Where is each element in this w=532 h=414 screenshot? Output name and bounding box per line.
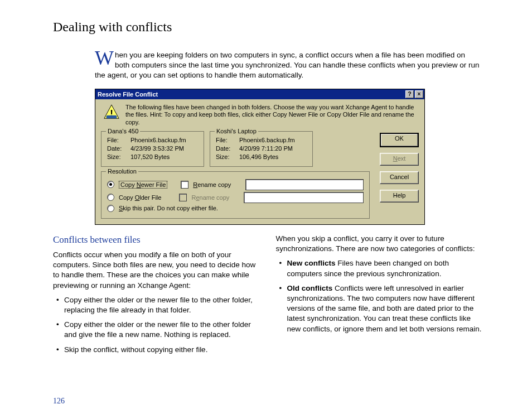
copy-newer-label: Copy Newer File: [119, 181, 167, 189]
left-legend: Dana's 450: [106, 128, 140, 134]
rename-field-1[interactable]: [245, 179, 364, 190]
list-item: New conflicts Files have been changed on…: [276, 258, 482, 278]
dialog-title: Resolve File Conflict: [98, 91, 158, 98]
page-number: 126: [53, 397, 65, 406]
rename-copy-1-checkbox[interactable]: [181, 181, 188, 189]
right-file-group: Koshi's Laptop File:Phoenix6.backup.fm D…: [210, 131, 313, 167]
dialog-instruction: The following files have been changed in…: [125, 104, 419, 127]
radio-skip[interactable]: [107, 205, 114, 212]
rename-field-2: [244, 192, 364, 203]
rename-copy-2-checkbox: [179, 194, 187, 201]
size-label: Size:: [216, 153, 239, 160]
intro-text: hen you are keeping folders on two compu…: [95, 51, 480, 79]
page-title: Dealing with conflicts: [53, 20, 482, 35]
file-label: File:: [216, 137, 239, 143]
list-item: Skip the conflict, without copying eithe…: [53, 345, 259, 355]
warning-icon: !: [103, 104, 120, 121]
dialog-titlebar: Resolve File Conflict ? ×: [95, 89, 424, 99]
size-value: 106,496 Bytes: [239, 153, 278, 160]
resolution-legend: Resolution: [106, 168, 138, 175]
list-item: Copy either the older or the newer file …: [53, 295, 259, 315]
list-item: Old conflicts Conflicts were left unreso…: [276, 283, 482, 334]
rename-copy-1-label: Rename copy: [193, 181, 239, 188]
ok-button[interactable]: OK: [380, 133, 419, 147]
subsection-heading: Conflicts between files: [53, 234, 259, 247]
date-label: Date:: [216, 145, 239, 152]
skip-label: Skip this pair. Do not copy either file.: [119, 205, 218, 211]
new-conflicts-bold: New conflicts: [287, 259, 336, 267]
cancel-button[interactable]: Cancel: [380, 171, 419, 184]
conflict-types-list: New conflicts Files have been changed on…: [276, 258, 482, 334]
help-button[interactable]: Help: [380, 190, 419, 203]
size-label: Size:: [107, 153, 130, 160]
file-value: Phoenix6.backup.fm: [239, 137, 295, 143]
copy-older-label: Copy Older File: [119, 194, 161, 201]
intro-paragraph: When you are keeping folders on two comp…: [95, 50, 482, 81]
right-legend: Koshi's Laptop: [215, 128, 258, 134]
file-label: File:: [107, 137, 130, 143]
svg-rect-2: [107, 115, 117, 118]
resolve-conflict-dialog: Resolve File Conflict ? × ! The followin…: [95, 89, 425, 225]
rename-copy-2-label: Rename copy: [191, 194, 237, 201]
dropcap: W: [95, 49, 114, 67]
radio-copy-older[interactable]: [107, 194, 114, 201]
right-intro: When you skip a conflict, you carry it o…: [276, 234, 482, 254]
date-value: 4/23/99 3:53:32 PM: [130, 145, 184, 152]
left-paragraph: Conflicts occur when you modify a file o…: [53, 250, 259, 291]
close-icon[interactable]: ×: [415, 90, 423, 98]
date-value: 4/20/99 7:11:20 PM: [239, 145, 293, 152]
resolution-group: Resolution Copy Newer File Rename copy C…: [101, 171, 370, 219]
choices-list: Copy either the older or the newer file …: [53, 295, 259, 355]
size-value: 107,520 Bytes: [130, 153, 170, 160]
old-conflicts-bold: Old conflicts: [287, 284, 333, 292]
left-file-group: Dana's 450 File:Phoenix6.backup.fm Date:…: [101, 131, 204, 167]
help-icon[interactable]: ?: [405, 90, 414, 98]
file-value: Phoenix6.backup.fm: [130, 137, 186, 143]
radio-copy-newer[interactable]: [107, 181, 114, 188]
next-button[interactable]: Next: [380, 153, 419, 166]
date-label: Date:: [107, 145, 130, 152]
list-item: Copy either the older or the newer file …: [53, 320, 259, 340]
